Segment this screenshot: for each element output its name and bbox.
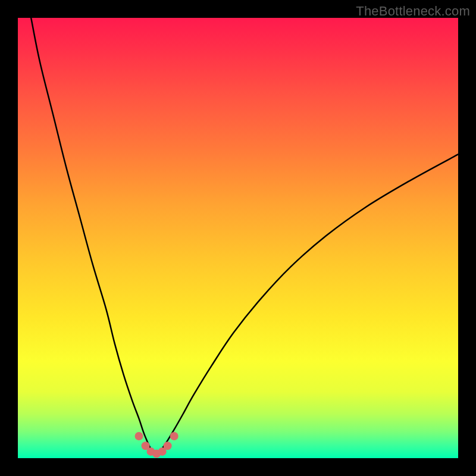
chart-frame: TheBottleneck.com xyxy=(0,0,476,476)
valley-dot xyxy=(170,432,178,440)
watermark-text: TheBottleneck.com xyxy=(356,4,470,19)
valley-dot xyxy=(164,441,172,450)
bottleneck-line xyxy=(31,18,458,455)
valley-dot xyxy=(135,432,143,440)
bottleneck-curve xyxy=(18,18,458,458)
plot-area xyxy=(18,18,458,458)
